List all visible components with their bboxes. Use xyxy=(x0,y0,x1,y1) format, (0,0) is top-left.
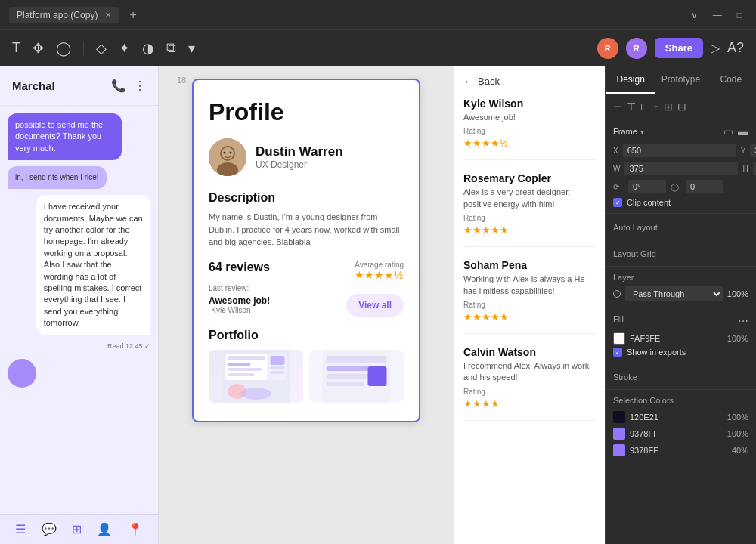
fill-title: Fill xyxy=(613,314,624,323)
sel-pct-2: 100% xyxy=(727,429,748,438)
pen-tool-icon[interactable]: ✦ xyxy=(119,40,130,57)
shape-tool-icon[interactable]: ◇ xyxy=(96,40,107,57)
window-arrows-icon[interactable]: ∨ xyxy=(686,10,702,20)
auto-layout-label: Auto Layout xyxy=(613,223,658,232)
sel-hex-1: 120E21 xyxy=(630,413,723,422)
description-title: Description xyxy=(209,191,404,205)
frame-dropdown[interactable]: Frame ▾ xyxy=(613,127,644,136)
reviewer-name: Calvin Watson xyxy=(463,346,596,358)
profile-content: Profile xyxy=(194,80,419,421)
show-exports-checkbox[interactable]: ✓ xyxy=(613,348,622,357)
nav-icon-2[interactable]: 💬 xyxy=(42,522,57,536)
align-right-icon[interactable]: ⊢ xyxy=(640,100,649,113)
active-tab[interactable]: Platform app (Copy) ✕ xyxy=(9,7,119,23)
portfolio-item-1[interactable] xyxy=(209,350,303,403)
fill-add-icon[interactable]: ⋯ xyxy=(738,315,748,327)
svg-point-4 xyxy=(224,152,226,154)
nav-icon-3[interactable]: ⊞ xyxy=(72,522,82,536)
move-tool-icon[interactable]: ✥ xyxy=(33,40,44,57)
text-tool-icon[interactable]: T xyxy=(12,40,20,56)
avatar-2[interactable]: R xyxy=(626,38,647,59)
x-y-row: X Y xyxy=(613,144,748,157)
reviewer-comment: Alex is a very great designer, positive … xyxy=(463,187,596,210)
star-row: ★★★★★ xyxy=(463,224,596,236)
sel-swatch-1[interactable] xyxy=(613,411,625,423)
user-name: Dustin Warren xyxy=(256,144,343,159)
h-input[interactable] xyxy=(753,162,756,175)
review-card-3: Soham Pena Working with Alex is always a… xyxy=(463,259,596,334)
frame-icon-portrait[interactable]: ▭ xyxy=(723,125,733,138)
portfolio-item-2[interactable] xyxy=(309,350,404,403)
w-input[interactable] xyxy=(624,162,738,175)
corner-icon: ◯ xyxy=(671,183,681,191)
window-maximize-icon[interactable]: □ xyxy=(733,10,747,20)
tab-code[interactable]: Code xyxy=(706,66,756,94)
toolbar-tools: T ✥ ◯ ◇ ✦ ◑ ⧉ ▾ xyxy=(12,40,195,57)
review-row: Awesome job! -Kyle Wilson View all xyxy=(209,294,404,317)
nav-icon-1[interactable]: ☰ xyxy=(15,522,26,536)
nav-icon-5[interactable]: 📍 xyxy=(128,522,143,536)
chat-action-icons: 📞 ⋮ xyxy=(111,79,146,93)
svg-rect-23 xyxy=(368,366,387,386)
y-input[interactable] xyxy=(750,144,756,157)
frame-section: Frame ▾ ▭ ▬ X Y W H xyxy=(606,119,756,214)
x-input[interactable] xyxy=(623,144,736,157)
tab-design[interactable]: Design xyxy=(606,66,655,94)
fill-opacity: 100% xyxy=(727,334,748,343)
align-left-icon[interactable]: ⊣ xyxy=(613,100,622,113)
distribute-icon[interactable]: ⊟ xyxy=(677,100,686,113)
more-icon[interactable]: ▾ xyxy=(188,40,195,57)
align-center-h-icon[interactable]: ⊤ xyxy=(627,100,636,113)
read-receipt: Read 12:45 ✓ xyxy=(8,342,150,350)
sel-pct-1: 100% xyxy=(727,413,748,422)
frame-icon-landscape[interactable]: ▬ xyxy=(738,125,748,138)
avatar-1[interactable]: R xyxy=(597,38,618,59)
fill-row: FAF9FE 100% xyxy=(613,332,748,345)
fill-color-swatch[interactable] xyxy=(613,332,625,345)
contrast-icon[interactable]: ◑ xyxy=(142,40,154,57)
play-button[interactable]: ▷ xyxy=(711,41,720,55)
comment-tool-icon[interactable]: ◯ xyxy=(56,40,71,57)
portfolio-thumbnail-1 xyxy=(209,350,303,403)
topbar: Platform app (Copy) ✕ + ∨ — □ xyxy=(0,0,756,30)
a-icon[interactable]: A? xyxy=(727,40,744,56)
more-options-icon[interactable]: ⋮ xyxy=(134,79,146,93)
avatar-face xyxy=(209,138,246,176)
align-top-icon[interactable]: ⊦ xyxy=(654,100,659,113)
auto-layout-section: Auto Layout xyxy=(606,214,756,240)
alignment-bar: ⊣ ⊤ ⊢ ⊦ ⊞ ⊟ xyxy=(606,94,756,119)
nav-icon-4[interactable]: 👤 xyxy=(97,522,112,536)
align-center-v-icon[interactable]: ⊞ xyxy=(664,100,673,113)
main-area: Marchal 📞 ⋮ possible to send me the docu… xyxy=(0,66,756,544)
review-text: Awesome job! xyxy=(209,295,270,306)
tab-prototype[interactable]: Prototype xyxy=(655,66,705,94)
layer-row: Pass Through 100% xyxy=(613,286,748,301)
sel-swatch-3[interactable] xyxy=(613,444,625,456)
window-controls: ∨ — □ xyxy=(686,10,747,20)
rotation-icon: ⟳ xyxy=(613,183,624,191)
layer-mode-select[interactable]: Pass Through xyxy=(625,286,723,301)
window-minimize-icon[interactable]: — xyxy=(708,10,727,20)
review-author: -Kyle Wilson xyxy=(209,306,270,314)
sel-hex-3: 9378FF xyxy=(630,446,727,455)
selection-colors-title: Selection Colors xyxy=(613,396,748,405)
rotation-input[interactable] xyxy=(628,180,666,193)
new-tab-button[interactable]: + xyxy=(125,8,141,22)
reviewer-comment: Working with Alex is always a He has lim… xyxy=(463,274,596,297)
share-button[interactable]: Share xyxy=(655,38,703,58)
w-label: W xyxy=(613,165,620,173)
clip-checkbox[interactable]: ✓ xyxy=(613,198,622,207)
toolbar: T ✥ ◯ ◇ ✦ ◑ ⧉ ▾ R R Share ▷ A? xyxy=(0,30,756,66)
component-icon[interactable]: ⧉ xyxy=(166,40,176,56)
sel-swatch-2[interactable] xyxy=(613,428,625,440)
avatar-svg xyxy=(209,138,246,176)
back-button[interactable]: ← Back xyxy=(463,76,596,87)
phone-icon[interactable]: 📞 xyxy=(111,79,126,93)
svg-rect-8 xyxy=(228,356,265,360)
close-tab-icon[interactable]: ✕ xyxy=(105,11,111,19)
svg-rect-15 xyxy=(271,371,285,374)
view-all-button[interactable]: View all xyxy=(346,294,404,317)
reviews-panel: ← Back Kyle Wilson Awesome job! Rating ★… xyxy=(454,66,605,544)
corner-input[interactable] xyxy=(686,180,723,193)
reviewer-comment: Awesome job! xyxy=(463,112,596,123)
